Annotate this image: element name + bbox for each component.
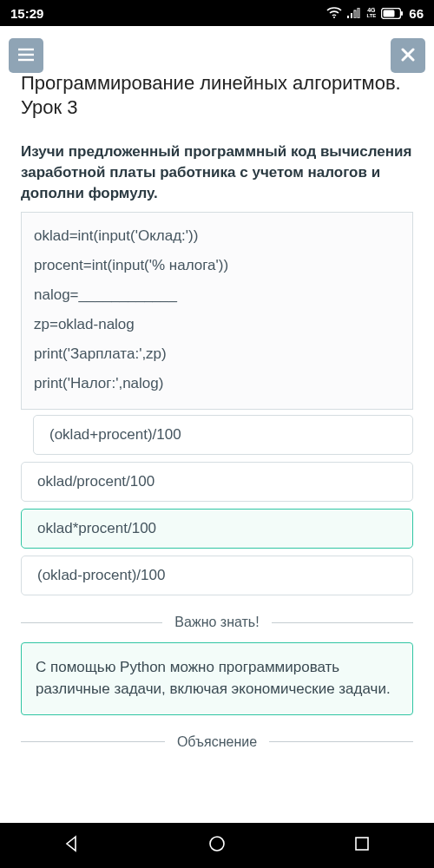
- code-line: print('Зарплата:',zp): [34, 339, 400, 369]
- option-label: oklad/procent/100: [37, 473, 155, 490]
- svg-point-0: [333, 16, 335, 18]
- close-icon: [401, 44, 415, 67]
- answer-option-1[interactable]: (oklad+procent)/100: [33, 415, 413, 455]
- status-right: 4GLTE 66: [326, 6, 424, 21]
- nav-home[interactable]: [205, 833, 229, 858]
- important-text: С помощью Python можно программировать р…: [36, 659, 391, 697]
- svg-rect-3: [354, 10, 356, 18]
- code-line: oklad=int(input('Оклад:')): [34, 221, 400, 251]
- option-label: (oklad+procent)/100: [49, 426, 181, 443]
- battery-icon: [381, 8, 404, 19]
- lesson-title: Программирование линейных алгоритмов. Ур…: [21, 76, 413, 135]
- svg-rect-1: [347, 16, 349, 18]
- answer-option-4[interactable]: (oklad-procent)/100: [21, 556, 413, 595]
- code-line: nalog=____________: [34, 280, 400, 310]
- hamburger-icon: [17, 44, 35, 67]
- answer-option-2[interactable]: oklad/procent/100: [21, 462, 413, 502]
- option-label: (oklad-procent)/100: [37, 567, 165, 583]
- important-box: С помощью Python можно программировать р…: [21, 642, 413, 714]
- option-label: oklad*procent/100: [37, 520, 156, 536]
- options-list: (oklad+procent)/100 oklad/procent/100 ok…: [21, 415, 413, 595]
- code-box: oklad=int(input('Оклад:')) procent=int(i…: [21, 212, 413, 410]
- svg-rect-4: [358, 8, 359, 18]
- signal-icon: [347, 8, 361, 18]
- explanation-header: Объяснение: [165, 734, 269, 750]
- nav-recent[interactable]: [350, 833, 374, 858]
- important-header: Важно знать!: [162, 615, 271, 630]
- menu-button[interactable]: [9, 38, 43, 73]
- important-separator: Важно знать!: [21, 615, 413, 630]
- task-prompt: Изучи предложенный программный код вычис…: [21, 135, 413, 212]
- answer-option-3[interactable]: oklad*procent/100: [21, 509, 413, 549]
- code-line: print('Налог:',nalog): [34, 369, 400, 398]
- status-time: 15:29: [10, 6, 43, 21]
- code-line: zp=oklad-nalog: [34, 310, 400, 339]
- topbar: [0, 26, 434, 76]
- svg-rect-14: [356, 838, 368, 850]
- code-line: procent=int(input('% налога')): [34, 251, 400, 280]
- home-icon: [207, 834, 227, 857]
- svg-rect-7: [401, 11, 403, 16]
- recent-icon: [354, 836, 370, 855]
- content: Программирование линейных алгоритмов. Ур…: [0, 76, 434, 823]
- battery-percent: 66: [409, 6, 424, 21]
- system-nav-bar: [0, 823, 434, 868]
- svg-rect-2: [351, 13, 352, 18]
- status-bar: 15:29 4GLTE 66: [0, 0, 434, 26]
- svg-rect-6: [384, 10, 395, 16]
- nav-back[interactable]: [60, 833, 84, 858]
- network-type: 4GLTE: [366, 7, 376, 19]
- explanation-separator: Объяснение: [21, 734, 413, 750]
- svg-point-13: [210, 837, 224, 851]
- close-button[interactable]: [391, 38, 425, 73]
- back-icon: [63, 835, 81, 856]
- wifi-icon: [326, 7, 342, 19]
